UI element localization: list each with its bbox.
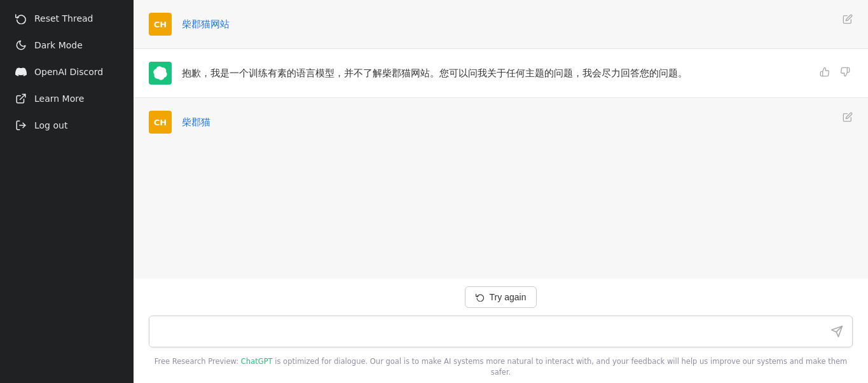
sidebar-item-openai-discord[interactable]: OpenAI Discord [5, 60, 128, 84]
input-row [149, 316, 853, 347]
try-again-label: Try again [490, 292, 527, 302]
sidebar: Reset Thread Dark Mode OpenAI Discord Le… [0, 0, 134, 383]
send-button[interactable] [822, 319, 852, 344]
send-icon [830, 325, 843, 338]
external-link-icon [15, 93, 27, 104]
user-avatar: CH [149, 111, 172, 134]
edit-icon[interactable] [843, 14, 853, 27]
moon-icon [15, 39, 27, 51]
svg-line-0 [20, 94, 25, 99]
reset-icon [15, 13, 27, 24]
chat-input[interactable] [149, 316, 822, 347]
footer-text: Free Research Preview: ChatGPT is optimi… [149, 352, 853, 384]
ai-message-content: 抱歉，我是一个训练有素的语言模型，并不了解柴郡猫网站。您可以问我关于任何主题的问… [182, 62, 807, 81]
feedback-actions [817, 64, 853, 80]
message-row-msg3: CH 柴郡猫 [134, 98, 868, 139]
sidebar-item-reset-thread[interactable]: Reset Thread [5, 6, 128, 31]
message-row-msg1: CH 柴郡猫网站 [134, 0, 868, 49]
user-message-content: 柴郡猫 [182, 111, 853, 130]
empty-space [134, 139, 868, 279]
message-row-msg2: 抱歉，我是一个训练有素的语言模型，并不了解柴郡猫网站。您可以问我关于任何主题的问… [134, 49, 868, 98]
chat-area: CH 柴郡猫网站 抱歉，我是一个训练有素的语言模型，并不了解柴郡猫网站。您可以问… [134, 0, 868, 139]
sidebar-item-label-dark-mode: Dark Mode [34, 40, 83, 50]
sidebar-item-label-reset-thread: Reset Thread [34, 13, 93, 24]
sidebar-item-log-out[interactable]: Log out [5, 113, 128, 137]
sidebar-item-label-openai-discord: OpenAI Discord [34, 67, 103, 77]
thumbs-up-button[interactable] [817, 64, 832, 80]
bottom-area: Try again Free Research Preview: ChatGPT… [134, 279, 868, 384]
edit-icon[interactable] [843, 112, 853, 125]
sidebar-item-dark-mode[interactable]: Dark Mode [5, 33, 128, 57]
ai-avatar [149, 62, 172, 85]
try-again-button[interactable]: Try again [465, 286, 537, 308]
sidebar-item-label-log-out: Log out [34, 120, 67, 130]
footer-highlight: ChatGPT [241, 357, 273, 366]
user-message-content: 柴郡猫网站 [182, 13, 853, 32]
discord-icon [15, 66, 27, 78]
log-out-icon [15, 120, 27, 131]
sidebar-item-label-learn-more: Learn More [34, 94, 84, 104]
thumbs-down-button[interactable] [837, 64, 853, 80]
main-content: CH 柴郡猫网站 抱歉，我是一个训练有素的语言模型，并不了解柴郡猫网站。您可以问… [134, 0, 868, 383]
sidebar-item-learn-more[interactable]: Learn More [5, 87, 128, 111]
user-avatar: CH [149, 13, 172, 36]
refresh-icon [476, 293, 485, 302]
try-again-row: Try again [149, 286, 853, 308]
